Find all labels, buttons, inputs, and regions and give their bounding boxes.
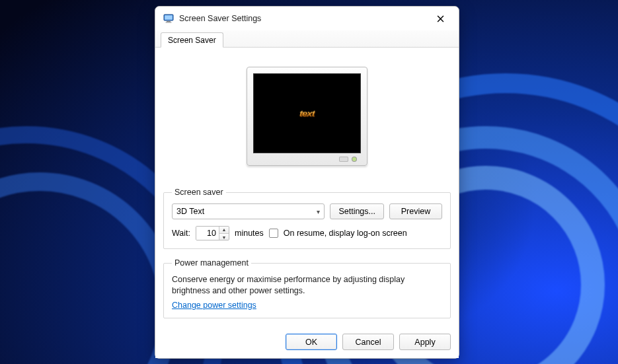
monitor-screen: text bbox=[253, 73, 361, 153]
wait-label: Wait: bbox=[172, 229, 190, 238]
screensaver-select[interactable]: 3D Text ▾ bbox=[172, 203, 325, 219]
wait-spin-down[interactable]: ▼ bbox=[219, 233, 229, 240]
settings-button[interactable]: Settings... bbox=[330, 203, 384, 219]
svg-rect-2 bbox=[167, 21, 171, 22]
monitor-power-button bbox=[339, 157, 348, 162]
ok-button[interactable]: OK bbox=[286, 334, 337, 350]
power-management-text: Conserve energy or maximise performance … bbox=[172, 274, 442, 297]
screen-saver-legend: Screen saver bbox=[172, 188, 226, 197]
monitor-preview: text bbox=[247, 67, 367, 166]
wait-spinner[interactable]: ▲ ▼ bbox=[196, 226, 229, 240]
monitor-icon bbox=[163, 13, 174, 24]
cancel-button[interactable]: Cancel bbox=[342, 334, 394, 350]
svg-rect-3 bbox=[166, 22, 172, 22]
wait-input[interactable] bbox=[196, 227, 219, 240]
preview-button[interactable]: Preview bbox=[389, 203, 442, 219]
power-management-legend: Power management bbox=[172, 258, 251, 268]
minutes-label: minutes bbox=[235, 229, 264, 238]
wait-spin-up[interactable]: ▲ bbox=[219, 226, 229, 233]
screen-saver-settings-dialog: Screen Saver Settings Screen Saver text bbox=[155, 6, 459, 359]
tab-panel: text Screen saver 3D Text ▾ Settings... … bbox=[155, 48, 459, 327]
titlebar[interactable]: Screen Saver Settings bbox=[155, 7, 459, 30]
apply-button[interactable]: Apply bbox=[399, 334, 451, 350]
tab-strip: Screen Saver bbox=[155, 30, 459, 48]
desktop-background: Screen Saver Settings Screen Saver text bbox=[0, 0, 618, 364]
close-button[interactable] bbox=[427, 9, 453, 28]
on-resume-checkbox[interactable] bbox=[269, 229, 278, 238]
window-title: Screen Saver Settings bbox=[179, 14, 427, 23]
screensaver-select-value: 3D Text bbox=[176, 207, 317, 216]
screen-saver-group: Screen saver 3D Text ▾ Settings... Previ… bbox=[163, 188, 451, 249]
tab-screen-saver[interactable]: Screen Saver bbox=[161, 32, 223, 48]
dialog-button-row: OK Cancel Apply bbox=[155, 327, 459, 358]
change-power-settings-link[interactable]: Change power settings bbox=[172, 301, 256, 310]
screensaver-preview-text: text bbox=[299, 108, 315, 118]
on-resume-label: On resume, display log-on screen bbox=[284, 229, 407, 238]
preview-area: text bbox=[163, 48, 451, 185]
svg-rect-1 bbox=[165, 15, 173, 20]
close-icon bbox=[437, 15, 444, 22]
power-management-group: Power management Conserve energy or maxi… bbox=[163, 258, 451, 318]
monitor-led-icon bbox=[352, 157, 356, 161]
chevron-down-icon: ▾ bbox=[317, 208, 320, 215]
